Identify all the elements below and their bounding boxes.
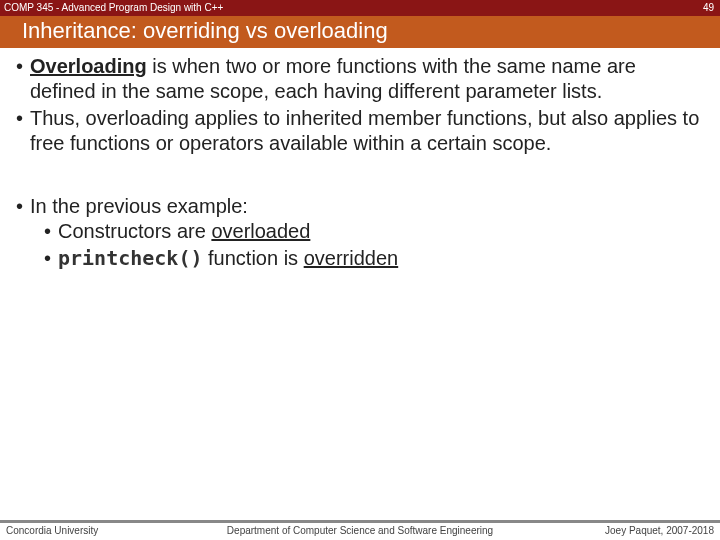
bullet-scope: Thus, overloading applies to inherited m…: [14, 106, 706, 156]
bullet-3-text: In the previous example:: [30, 195, 248, 217]
bullet-overloading: Overloading is when two or more function…: [14, 54, 706, 104]
course-header-bar: COMP 345 - Advanced Program Design with …: [0, 0, 720, 16]
sub2-mid: function is: [203, 247, 304, 269]
bullet-example: In the previous example: Constructors ar…: [14, 194, 706, 271]
sub-bullet-constructors: Constructors are overloaded: [42, 219, 706, 244]
sub1-pre: Constructors are: [58, 220, 211, 242]
code-printcheck: printcheck(): [58, 246, 203, 270]
slide-title: Inheritance: overriding vs overloading: [0, 16, 720, 48]
sub-bullet-printcheck: printcheck() function is overridden: [42, 246, 706, 271]
page-number: 49: [703, 0, 714, 16]
sub2-underline: overridden: [304, 247, 399, 269]
course-code: COMP 345 - Advanced Program Design with …: [4, 2, 223, 13]
term-overloading: Overloading: [30, 55, 147, 77]
bullet-list-2: In the previous example: Constructors ar…: [14, 194, 706, 271]
footer-author: Joey Paquet, 2007-2018: [605, 525, 714, 536]
sub1-underline: overloaded: [211, 220, 310, 242]
slide: COMP 345 - Advanced Program Design with …: [0, 0, 720, 540]
bullet-list: Overloading is when two or more function…: [14, 54, 706, 156]
slide-body: Overloading is when two or more function…: [0, 48, 720, 271]
footer-bar: Concordia University Department of Compu…: [0, 520, 720, 540]
sub-bullet-list: Constructors are overloaded printcheck()…: [42, 219, 706, 271]
